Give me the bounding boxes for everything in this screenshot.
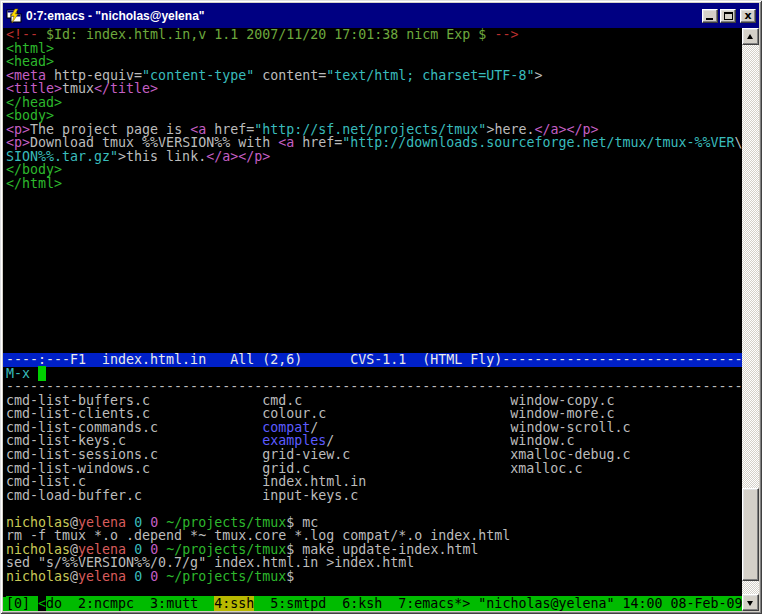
scroll-up-button[interactable] [742, 28, 759, 45]
arrow-down-icon [747, 601, 753, 606]
close-icon: x [741, 10, 755, 22]
minibuffer-line: M-x [3, 367, 742, 381]
scrollbar [742, 28, 759, 611]
window-alert-4-ssh: 4:ssh [214, 596, 254, 611]
minimize-icon [706, 18, 713, 20]
text-segment [142, 569, 150, 584]
terminal-line: cmd-list-keys.c examples/ window.c [3, 434, 742, 448]
text-segment: "content-type" [142, 68, 254, 83]
terminal-line: </head> [3, 96, 742, 110]
terminal-line [3, 326, 742, 340]
terminal-line [3, 231, 742, 245]
terminal-line: </html> [3, 177, 742, 191]
text-segment: > [534, 68, 542, 83]
tmux-status-line: [0] <do 2:ncmpc 3:mutt 4:ssh 5:smtpd 6:k… [3, 597, 742, 611]
maximize-button[interactable] [720, 9, 736, 23]
terminal-line [3, 191, 742, 205]
text-segment: $Id: index.html.in,v 1.1 2007/11/20 17:0… [46, 28, 486, 42]
terminal-line [3, 312, 742, 326]
terminal-line: <p>Download tmux %%VERSION%% with <a hre… [3, 136, 742, 150]
putty-app-icon[interactable] [6, 8, 22, 24]
titlebar[interactable]: 0:7:emacs - "nicholas@yelena" x [3, 3, 759, 28]
terminal-line: rm -f tmux *.o .depend *~ tmux.core *.lo… [3, 529, 742, 543]
emacs-comment-line: <!-- $Id: index.html.in,v 1.1 2007/11/20… [3, 28, 742, 42]
text-segment: content= [254, 68, 326, 83]
terminal-line: <body> [3, 109, 742, 123]
arrow-up-icon [747, 34, 753, 39]
text-segment: --> [494, 28, 518, 42]
shell-prompt-line: nicholas@yelena 0 0 ~/projects/tmux$ mak… [3, 543, 742, 557]
terminal-line [3, 204, 742, 218]
window-list-left: do 2:ncmpc 3:mutt [46, 596, 214, 611]
terminal-line: cmd-load-buffer.c input-keys.c [3, 489, 742, 503]
terminal-screen[interactable]: <!-- $Id: index.html.in,v 1.1 2007/11/20… [3, 28, 742, 611]
window-controls: x [702, 9, 756, 23]
terminal-line: SION%%.tar.gz">this link.</a></p> [3, 150, 742, 164]
text-segment: \ [735, 135, 742, 150]
terminal-line [3, 299, 742, 313]
text-segment: ----:---F1 index.html.in All (2,6) CVS-1… [6, 352, 742, 367]
text-segment: <a [278, 135, 294, 150]
terminal-line [3, 272, 742, 286]
emacs-mode-line: ----:---F1 index.html.in All (2,6) CVS-1… [3, 353, 742, 367]
terminal-line: cmd-list-clients.c colour.c window-more.… [3, 407, 742, 421]
text-segment [126, 569, 134, 584]
text-segment: nicholas [6, 569, 70, 584]
terminal-line: </body> [3, 163, 742, 177]
text-segment: ~/projects/tmux [166, 569, 286, 584]
text-segment: @ [70, 569, 78, 584]
shell-prompt-line: nicholas@yelena 0 0 ~/projects/tmux$ mc [3, 516, 742, 530]
terminal-line [3, 218, 742, 232]
terminal-line: cmd-list-windows.c grid.c xmalloc.c [3, 462, 742, 476]
terminal-line: sed "s/%%VERSION%%/0.7/g" index.html.in … [3, 556, 742, 570]
terminal-line: <meta http-equiv="content-type" content=… [3, 69, 742, 83]
text-segment: 0 [150, 569, 158, 584]
shell-prompt-line: nicholas@yelena 0 0 ~/projects/tmux$ [3, 570, 742, 584]
terminal-line: cmd-list-sessions.c grid-view.c xmalloc-… [3, 448, 742, 462]
terminal-line: cmd-list-commands.c compat/ window-scrol… [3, 421, 742, 435]
text-segment: 0 [134, 569, 142, 584]
terminal-line: <html> [3, 42, 742, 56]
terminal-line [3, 258, 742, 272]
text-segment: >this link. [118, 149, 206, 164]
truncation-indicator: < [38, 596, 46, 611]
pane-separator-line: ----------------------------------------… [3, 380, 742, 394]
session-indicator: [0] [6, 596, 38, 611]
window-list-right: 5:smtpd 6:ksh 7:emacs*> [254, 596, 478, 611]
text-segment [158, 569, 166, 584]
minimize-button[interactable] [702, 9, 718, 23]
text-segment: tmux [62, 81, 94, 96]
text-segment: </title> [94, 81, 158, 96]
text-segment: $ [286, 569, 294, 584]
putty-window: 0:7:emacs - "nicholas@yelena" x <!-- $Id… [0, 0, 762, 614]
terminal-line: <head> [3, 55, 742, 69]
text-segment: "text/html; charset=UTF-8" [326, 68, 534, 83]
text-segment: </a></p> [206, 149, 270, 164]
status-right: "nicholas@yelena" 14:00 08-Feb-09 [478, 596, 742, 611]
text-segment: href= [294, 135, 342, 150]
close-button[interactable]: x [740, 9, 756, 23]
window-title: 0:7:emacs - "nicholas@yelena" [26, 9, 698, 23]
terminal-line [3, 502, 742, 516]
terminal-line [3, 340, 742, 354]
terminal-client-area: <!-- $Id: index.html.in,v 1.1 2007/11/20… [3, 28, 759, 611]
maximize-icon [724, 12, 733, 20]
scroll-down-button[interactable] [742, 594, 759, 611]
scrollbar-thumb[interactable] [742, 488, 759, 581]
text-segment: cmd-load-buffer.c input-keys.c [6, 488, 358, 503]
text-segment: "http://downloads.sourceforge.net/tmux/t… [342, 135, 734, 150]
terminal-line [3, 245, 742, 259]
text-segment: </html> [6, 176, 62, 191]
terminal-line: <title>tmux</title> [3, 82, 742, 96]
terminal-line: cmd-list.c index.html.in [3, 475, 742, 489]
text-segment: yelena [78, 569, 126, 584]
terminal-line: <p>The project page is <a href="http://s… [3, 123, 742, 137]
terminal-line [3, 583, 742, 597]
terminal-line: cmd-list-buffers.c cmd.c window-copy.c [3, 394, 742, 408]
terminal-line [3, 285, 742, 299]
